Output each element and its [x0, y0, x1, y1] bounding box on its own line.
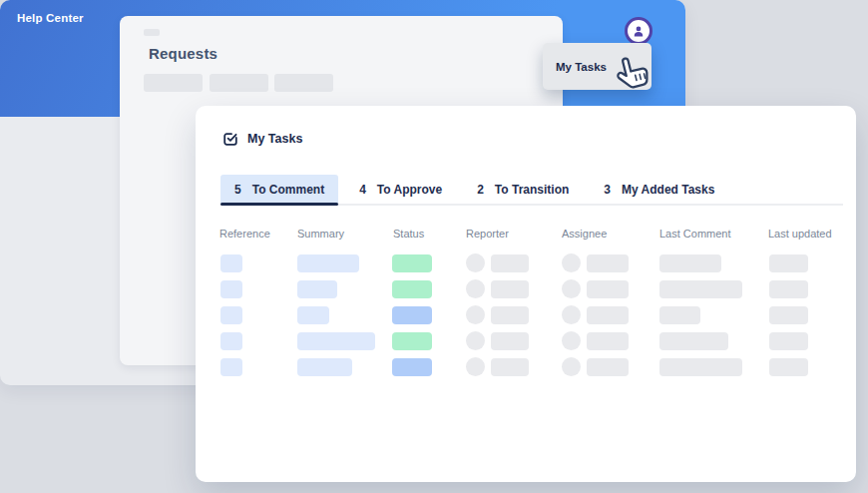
assignee-name-skeleton — [587, 332, 629, 350]
tab-to-approve[interactable]: 4To Approve — [345, 175, 456, 204]
assignee-name-skeleton — [587, 358, 629, 376]
status-badge — [392, 332, 432, 350]
page: { "help_center": { "title": "Help Center… — [0, 0, 868, 493]
assignee-avatar-skeleton — [562, 253, 581, 272]
table-row[interactable] — [196, 358, 856, 376]
status-badge — [392, 280, 432, 298]
column-header-assignee: Assignee — [562, 228, 607, 240]
tab-count: 4 — [359, 183, 366, 197]
column-header-last-comment: Last Comment — [659, 228, 731, 240]
tab-bar: 5To Comment4To Approve2To Transition3My … — [220, 175, 843, 206]
tab-count: 3 — [604, 183, 611, 197]
last-comment-skeleton — [659, 254, 721, 272]
help-center-title: Help Center — [17, 12, 84, 24]
tab-to-comment[interactable]: 5To Comment — [220, 175, 338, 204]
person-icon — [632, 24, 646, 38]
last-comment-skeleton — [659, 358, 742, 376]
status-badge — [392, 358, 432, 376]
column-header-summary: Summary — [297, 228, 344, 240]
table-body — [196, 254, 856, 384]
my-tasks-menu-item[interactable]: My Tasks — [543, 43, 651, 90]
column-header-last-updated: Last updated — [768, 228, 832, 240]
tab-label: To Approve — [377, 183, 442, 197]
my-tasks-panel-header: My Tasks — [222, 131, 302, 147]
table-row[interactable] — [196, 254, 856, 272]
last-updated-skeleton — [769, 358, 808, 376]
reference-skeleton — [220, 332, 242, 350]
reporter-name-skeleton — [491, 306, 529, 324]
tab-my-added-tasks[interactable]: 3My Added Tasks — [590, 175, 728, 204]
requests-title: Requests — [149, 45, 217, 62]
reporter-name-skeleton — [491, 254, 529, 272]
reporter-avatar-skeleton — [466, 331, 485, 350]
reporter-name-skeleton — [491, 358, 529, 376]
assignee-name-skeleton — [587, 280, 629, 298]
last-updated-skeleton — [769, 332, 808, 350]
summary-skeleton — [297, 254, 359, 272]
last-updated-skeleton — [769, 280, 808, 298]
reporter-avatar-skeleton — [466, 253, 485, 272]
table-row[interactable] — [196, 332, 856, 350]
last-comment-skeleton — [659, 280, 742, 298]
tab-label: To Transition — [495, 183, 569, 197]
status-badge — [392, 254, 432, 272]
summary-skeleton — [297, 332, 375, 350]
my-tasks-panel-title: My Tasks — [247, 132, 302, 146]
assignee-avatar-skeleton — [562, 305, 581, 324]
tab-to-transition[interactable]: 2To Transition — [463, 175, 583, 204]
user-avatar-button[interactable] — [625, 17, 652, 45]
status-badge — [392, 306, 432, 324]
request-filter-skeleton — [144, 74, 203, 92]
my-tasks-menu-label: My Tasks — [556, 61, 607, 73]
reference-skeleton — [220, 358, 242, 376]
assignee-avatar-skeleton — [562, 279, 581, 298]
column-header-reference: Reference — [219, 228, 270, 240]
reporter-name-skeleton — [491, 280, 529, 298]
my-tasks-panel: My Tasks 5To Comment4To Approve2To Trans… — [196, 106, 856, 482]
assignee-name-skeleton — [587, 306, 629, 324]
table-row[interactable] — [196, 280, 856, 298]
breadcrumb-skeleton — [144, 29, 160, 36]
task-checkbox-icon — [222, 131, 238, 147]
tab-label: To Comment — [252, 183, 324, 197]
reference-skeleton — [220, 306, 242, 324]
reference-skeleton — [220, 280, 242, 298]
last-updated-skeleton — [769, 254, 808, 272]
last-updated-skeleton — [769, 306, 808, 324]
reference-skeleton — [220, 254, 242, 272]
last-comment-skeleton — [659, 306, 700, 324]
summary-skeleton — [297, 306, 329, 324]
assignee-avatar-skeleton — [562, 357, 581, 376]
table-row[interactable] — [196, 306, 856, 324]
reporter-avatar-skeleton — [466, 305, 485, 324]
reporter-avatar-skeleton — [466, 357, 485, 376]
reporter-name-skeleton — [491, 332, 529, 350]
tab-count: 5 — [234, 183, 241, 197]
tab-label: My Added Tasks — [622, 183, 714, 197]
summary-skeleton — [297, 280, 337, 298]
reporter-avatar-skeleton — [466, 279, 485, 298]
tab-count: 2 — [477, 183, 484, 197]
request-filter-skeleton — [274, 74, 333, 92]
column-header-reporter: Reporter — [466, 228, 509, 240]
request-filter-skeleton — [210, 74, 268, 92]
assignee-avatar-skeleton — [562, 331, 581, 350]
column-header-status: Status — [393, 228, 424, 240]
last-comment-skeleton — [659, 332, 728, 350]
assignee-name-skeleton — [587, 254, 629, 272]
summary-skeleton — [297, 358, 352, 376]
